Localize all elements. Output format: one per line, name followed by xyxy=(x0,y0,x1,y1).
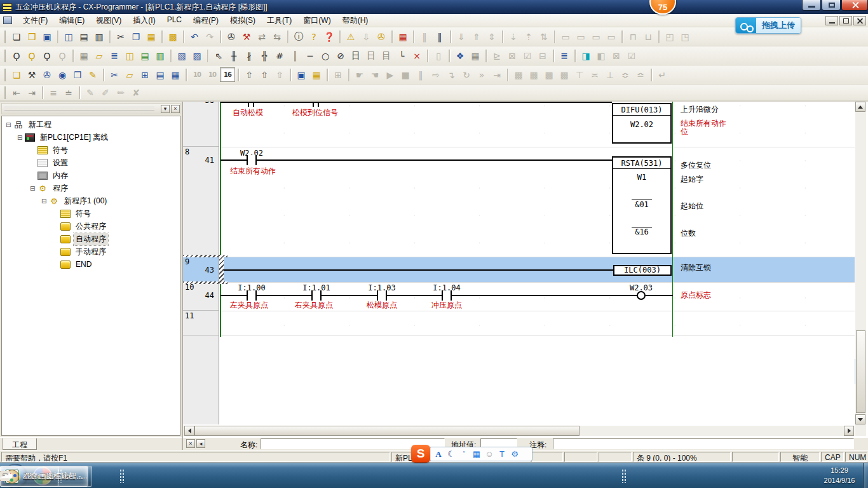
online-edit-send-icon[interactable]: ◳ xyxy=(677,29,693,44)
tree-item-symbols[interactable]: 符号 xyxy=(2,144,180,156)
search-window-icon[interactable]: ◉ xyxy=(55,67,70,82)
io-monitor4-icon[interactable]: ▩ xyxy=(557,67,572,82)
mdi-document-icon[interactable] xyxy=(3,17,12,24)
check-program-icon[interactable]: ✇ xyxy=(374,29,389,44)
about-icon[interactable]: ⓘ xyxy=(291,29,306,44)
sim-run-fast-icon[interactable]: » xyxy=(474,67,489,82)
vertical-scroll-thumb[interactable] xyxy=(856,330,865,413)
rung-margin-cell[interactable]: 10 44 xyxy=(183,282,219,311)
monitor-window-icon[interactable]: ▦ xyxy=(168,67,183,82)
return-icon[interactable]: ↵ xyxy=(654,67,670,82)
zoom-in-icon[interactable]: Ϙ xyxy=(39,48,55,63)
rung-comment-icon[interactable]: ▱ xyxy=(92,48,107,63)
drag-upload-button[interactable]: 拖拽上传 xyxy=(735,17,801,34)
tree-item-common-program[interactable]: 公共程序 xyxy=(2,220,180,233)
menu-view[interactable]: 视图(V) xyxy=(90,13,127,28)
indent-rung-icon[interactable]: ⇥ xyxy=(24,85,39,100)
edit-rung4-icon[interactable]: ✘ xyxy=(128,85,144,100)
contact-no[interactable] xyxy=(247,290,257,301)
contact-no[interactable] xyxy=(442,290,452,301)
sim-pause-icon[interactable]: ‖ xyxy=(413,67,428,82)
differential-monitor-icon[interactable]: ⊓ xyxy=(625,29,641,44)
panel-dropdown-icon[interactable]: ▾ xyxy=(161,105,170,113)
find-icon[interactable]: ✇ xyxy=(224,29,239,44)
watch-window-icon[interactable]: ◨ xyxy=(578,48,593,63)
redo-icon[interactable]: ↷ xyxy=(202,29,217,44)
contact-no[interactable] xyxy=(247,155,257,165)
watch-sheet2-icon[interactable]: ⊠ xyxy=(609,48,624,63)
cross-reference-icon[interactable]: ✂ xyxy=(107,67,122,82)
menu-help[interactable]: 帮助(H) xyxy=(337,13,374,28)
zoom-custom-icon[interactable]: Ϙ xyxy=(24,48,39,63)
tree-item-settings[interactable]: 设置 xyxy=(2,156,180,169)
menu-plc[interactable]: PLC xyxy=(161,13,187,28)
find-symbol-icon[interactable]: ⇆ xyxy=(269,29,285,44)
io-monitor1-icon[interactable]: ▩ xyxy=(511,67,526,82)
find-in-project-icon[interactable]: ◫ xyxy=(61,29,76,44)
tree-item-plc[interactable]: ⊟ 新PLC1[CP1E] 离线 xyxy=(2,131,180,144)
smart-input-icon[interactable]: ▧ xyxy=(174,48,189,63)
sim-run-icon[interactable]: ▶ xyxy=(383,67,398,82)
hex-display-icon[interactable]: 16 xyxy=(220,67,235,82)
edit-rung3-icon[interactable]: ✏ xyxy=(113,85,128,100)
watch-build-icon[interactable]: ✇ xyxy=(39,67,55,82)
build-icon[interactable]: ⚒ xyxy=(24,67,39,82)
program-options-icon[interactable]: ❖ xyxy=(452,48,468,63)
mdi-close-button[interactable] xyxy=(853,16,866,25)
tray-network-icon[interactable]: ▁▃▅▇ xyxy=(0,471,10,481)
transfer-settings-icon[interactable]: ⊞ xyxy=(330,67,346,82)
ime-person-icon[interactable]: ☺ xyxy=(484,449,495,460)
align-bottom-icon[interactable]: ⊥ xyxy=(602,67,618,82)
menu-edit[interactable]: 编辑(E) xyxy=(53,13,90,28)
tree-item-program1-symbols[interactable]: 符号 xyxy=(2,207,180,220)
tree-item-manual-program[interactable]: 手动程序 xyxy=(2,245,180,258)
project-window-icon[interactable]: ❏ xyxy=(9,67,24,82)
expansion-instruction-icon[interactable]: 目 xyxy=(379,48,394,63)
menu-program[interactable]: 编程(P) xyxy=(187,13,224,28)
toolbar-grip[interactable] xyxy=(4,86,6,99)
horizontal-line-icon[interactable]: ─ xyxy=(302,48,318,63)
tree-expander-icon[interactable]: ⊟ xyxy=(41,198,49,205)
project-tab[interactable]: 工程 xyxy=(3,438,37,450)
partial-download-icon[interactable]: ⇣ xyxy=(506,29,521,44)
tree-expander-icon[interactable]: ⊟ xyxy=(6,121,13,128)
scroll-right-arrow[interactable] xyxy=(844,426,854,436)
tree-item-project[interactable]: ⊟ 品 新工程 xyxy=(2,118,180,131)
io-monitor2-icon[interactable]: ▩ xyxy=(526,67,541,82)
watch-sheet1-icon[interactable]: ◧ xyxy=(593,48,609,63)
tree-item-program1[interactable]: ⊟ ⚙ 新程序1 (00) xyxy=(2,194,180,207)
partial-compare-icon[interactable]: ⇅ xyxy=(536,29,552,44)
ime-punct-icon[interactable]: ’ xyxy=(458,449,470,460)
save-file-icon[interactable]: ▣ xyxy=(39,29,55,44)
tree-item-programs[interactable]: ⊟ ⚙ 程序 xyxy=(2,182,180,194)
sim-stop-icon[interactable]: ■ xyxy=(398,67,413,82)
block-operand[interactable]: W2.02 xyxy=(613,120,670,129)
minimize-button[interactable] xyxy=(802,0,821,11)
ci-mode-icon[interactable]: ▨ xyxy=(189,48,205,63)
save-project-icon[interactable]: ▣ xyxy=(294,67,309,82)
cut-icon[interactable]: ✂ xyxy=(113,29,128,44)
print-icon[interactable]: ▤ xyxy=(76,29,92,44)
ladder-canvas[interactable]: 自动松模 松模到位信号 DIFU(013) W2.02 上升沿微分 结束所有动作… xyxy=(220,102,855,424)
comment-input[interactable] xyxy=(553,438,854,449)
open-file-icon[interactable]: ❒ xyxy=(24,29,39,44)
delete-line-icon[interactable]: × xyxy=(409,48,424,63)
mdi-restore-button[interactable] xyxy=(839,16,852,25)
toolbar-grip[interactable] xyxy=(4,30,6,43)
rung-margin-cell-selected[interactable]: 9 43 xyxy=(183,257,219,282)
distribute-v-icon[interactable]: ≎ xyxy=(618,67,633,82)
hierarchy-icon[interactable]: ≣ xyxy=(557,48,572,63)
rung-margin-cell[interactable]: 38 xyxy=(183,102,219,147)
edit-rung2-icon[interactable]: ✐ xyxy=(98,85,113,100)
align-top-icon[interactable]: ⊤ xyxy=(572,67,587,82)
compare-with-plc-icon[interactable]: ⇕ xyxy=(484,29,499,44)
menu-file[interactable]: 文件(F) xyxy=(17,13,53,28)
contact-nc-icon[interactable]: ∦ xyxy=(241,48,257,63)
rung-margin-cell[interactable]: 11 xyxy=(183,311,219,336)
address-comment-icon[interactable]: ▱ xyxy=(122,67,137,82)
vertical-line-icon[interactable]: │ xyxy=(287,48,302,63)
io-table-icon[interactable]: ⊞ xyxy=(137,67,153,82)
decimal-display-icon[interactable]: 10 xyxy=(189,67,205,82)
toolbar-grip[interactable] xyxy=(4,69,6,81)
scroll-up-arrow[interactable] xyxy=(855,102,865,112)
